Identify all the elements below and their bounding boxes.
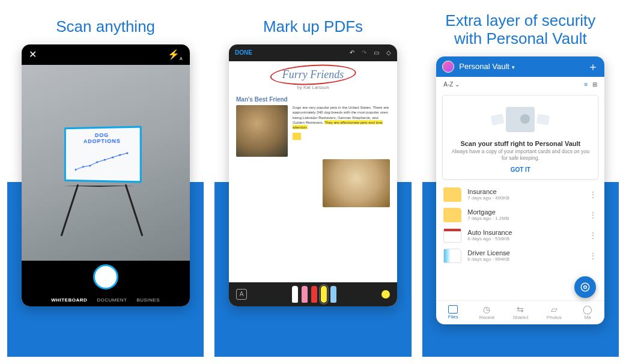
more-icon[interactable]: ⋮ [589,190,597,199]
promo-subtitle: Always have a copy of your important car… [449,148,592,162]
pen-pink[interactable] [302,286,308,303]
scan-mode-tabs: WHITEBOARD DOCUMENT BUSINES [51,297,160,303]
pdf-section-heading: Man's Best Friend [236,96,390,103]
undo-icon[interactable]: ↶ [350,49,354,56]
done-button[interactable]: DONE [235,49,252,56]
pen-red[interactable] [311,286,317,303]
sort-dropdown[interactable]: A-Z ⌄ [443,81,460,88]
svg-point-9 [582,283,590,291]
close-icon[interactable]: ✕ [29,49,37,60]
flash-icon[interactable]: ⚡A [168,49,183,61]
tab-business[interactable]: BUSINES [137,297,160,303]
dog-image-1 [236,105,288,157]
got-it-button[interactable]: GOT IT [449,166,592,173]
pen-yellow[interactable] [321,286,327,303]
safe-illustration [449,102,592,138]
pdf-byline: by Kat Larsson [236,85,390,90]
avatar[interactable] [442,61,454,73]
card-icon [443,249,461,263]
svg-point-2 [89,165,91,166]
pen-palette [292,286,336,303]
pdf-body-text: Dogs are very popular pets in the United… [293,105,390,157]
tab-shared[interactable]: ⇆Shared [503,301,537,324]
document-icon [443,228,461,243]
list-item[interactable]: Auto Insurance6 days ago · 538KB ⋮ [436,225,604,246]
scan-footer: WHITEBOARD DOCUMENT BUSINES [22,261,190,306]
chevron-down-icon: ▾ [512,64,515,70]
app-store-screenshots: Scan anything ✕ ⚡A DOG ADOPTIONS [0,0,626,364]
dog-image-2 [323,159,390,207]
tab-me[interactable]: ◯Me [571,301,604,324]
vault-header: Personal Vault ▾ ＋ [436,56,604,77]
bottom-tabbar: Files ◷Recent ⇆Shared ▱Photos ◯Me [436,300,604,324]
list-item[interactable]: Driver License6 days ago · 994KB ⋮ [436,246,604,266]
phone-mockup-scan: ✕ ⚡A DOG ADOPTIONS W [22,44,190,306]
pdf-document[interactable]: Furry Friends by Kat Larsson Man's Best … [229,61,397,282]
vault-title[interactable]: Personal Vault ▾ [459,62,514,71]
panel-pdf: Mark up PDFs DONE ↶ ↷ ▭ ◇ Furry Friends … [214,7,411,357]
pen-blue[interactable] [330,286,336,303]
pdf-doc-title: Furry Friends [274,67,353,82]
scan-fab[interactable] [574,276,596,298]
svg-point-0 [74,169,76,171]
list-view-icon[interactable]: ≡ [584,81,588,88]
tab-recent[interactable]: ◷Recent [470,301,503,324]
pdf-toolbar: A [229,282,397,306]
redo-icon[interactable]: ↷ [362,49,366,56]
folder-icon [443,208,461,222]
more-icon[interactable]: ⋮ [589,210,597,220]
shutter-button[interactable] [93,264,118,290]
svg-point-4 [104,159,106,160]
panel-scan: Scan anything ✕ ⚡A DOG ADOPTIONS [7,7,204,357]
camera-viewfinder: DOG ADOPTIONS [22,65,190,261]
more-icon[interactable]: ⋮ [589,251,597,261]
svg-point-7 [126,152,128,154]
chevron-down-icon: ⌄ [455,81,460,88]
pdf-top-bar: DONE ↶ ↷ ▭ ◇ [229,44,397,61]
note-icon[interactable]: ▭ [374,49,379,56]
folder-icon [443,187,461,202]
tab-photos[interactable]: ▱Photos [537,301,571,324]
sort-bar: A-Z ⌄ ≡ ⊞ [436,77,604,93]
panel-title: Mark up PDFs [214,7,411,44]
tab-whiteboard[interactable]: WHITEBOARD [51,297,87,303]
panel-title: Scan anything [7,7,204,44]
phone-mockup-vault: Personal Vault ▾ ＋ A-Z ⌄ ≡ ⊞ Scan your s… [436,56,604,324]
scan-top-bar: ✕ ⚡A [22,44,190,65]
svg-point-8 [584,286,587,289]
add-button[interactable]: ＋ [588,59,598,74]
vault-promo-card: Scan your stuff right to Personal Vault … [442,95,598,180]
grid-view-icon[interactable]: ⊞ [592,81,597,88]
promo-title: Scan your stuff right to Personal Vault [449,140,592,147]
more-icon[interactable]: ⋮ [589,231,597,240]
tab-document[interactable]: DOCUMENT [97,297,127,303]
panel-vault: Extra layer of securitywith Personal Vau… [422,7,619,357]
panel-title: Extra layer of securitywith Personal Vau… [422,7,619,56]
color-picker[interactable] [381,290,390,299]
text-tool[interactable]: A [236,289,247,300]
list-item[interactable]: Insurance7 days ago · 490KB ⋮ [436,184,604,205]
whiteboard: DOG ADOPTIONS [64,126,142,183]
phone-mockup-pdf: DONE ↶ ↷ ▭ ◇ Furry Friends by Kat Larsso… [229,44,397,306]
list-item[interactable]: Mortgage7 days ago · 1.2MB ⋮ [436,205,604,225]
sticky-note-icon[interactable] [293,133,301,140]
tab-files[interactable]: Files [436,301,470,324]
pen-white[interactable] [292,286,298,303]
eraser-icon[interactable]: ◇ [386,49,391,56]
